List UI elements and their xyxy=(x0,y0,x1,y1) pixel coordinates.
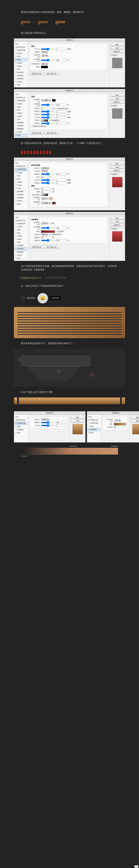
callout-1: 1 xyxy=(18,358,21,361)
size-slider[interactable] xyxy=(41,48,55,50)
gun-outline-diagram: 1 2 3 xyxy=(14,349,125,387)
cancel-button[interactable]: 取消 xyxy=(111,46,124,50)
ok-button[interactable]: 确定 xyxy=(111,43,124,46)
new-style-button[interactable]: 新建样式... xyxy=(111,50,124,53)
callout-2: 2 xyxy=(57,370,61,373)
color-swatch[interactable] xyxy=(41,66,48,68)
bullet-shapes xyxy=(0,148,139,156)
text-1: 根据你的需要先画个你喜欢的形状。圆形、椭圆形、菱形都可以 xyxy=(0,10,139,14)
layer-style-panel-shadow: 图层样式 样式混合选项:自定☐ 斜面和浮雕☐ 等高线☐ 纹理☑ 描边☐ 内阴影☐… xyxy=(14,89,125,138)
style-list[interactable]: 样式混合选项:自定☐ 斜面和浮雕☐ 等高线☐ 纹理☑ 描边☐ 内阴影☐ 内发光☐… xyxy=(14,42,28,87)
size-input[interactable] xyxy=(56,48,66,50)
callout-3: 3 xyxy=(90,373,94,376)
layer-style-panel-stroke: 图层样式 样式混合选项:自定☐ 斜面和浮雕☐ 等高线☐ 纹理☑ 描边☐ 内阴影☐… xyxy=(14,38,125,88)
section-label: 枪托部分 xyxy=(27,297,35,300)
gradient-color-bar: #b47e5c #c9926b #1f1f1f xyxy=(21,448,118,455)
text-5: ps：枪身上还有几个黑色的线条都不说明了。 xyxy=(0,284,139,288)
shape-examples xyxy=(0,18,139,28)
layer-style-panel-bevel: 图层样式 样式混合选项:自定☐ 斜面和浮雕☐ 等高线☐ 纹理☑ 描边☐ 内阴影☐… xyxy=(14,157,125,210)
opacity-slider[interactable] xyxy=(41,59,55,61)
color-label-1: #b47e5c xyxy=(70,445,77,447)
panel-title: 图层样式 xyxy=(14,38,125,42)
layer-style-panel-gradient: 图层样式 样式混合选项:自定☐ 斜面和浮雕☐ 等高线☐ 纹理☑ 描边☐ 内阴影☐… xyxy=(14,212,125,261)
position-select[interactable]: 外部 xyxy=(41,51,48,53)
gun-stock-render xyxy=(14,307,125,338)
layer-style-panel-bevel-2: 图层样式 样式混合选项:自定☐ 斜面和浮雕☑ 描边☐ 渐变叠加☑ 投影 样式(T… xyxy=(14,411,85,442)
color-label-3: #1f1f1f xyxy=(21,455,27,457)
bracket-render xyxy=(14,397,125,408)
blend-select[interactable]: 正常 xyxy=(41,55,48,57)
gradient-picker[interactable] xyxy=(41,230,55,233)
set-default-button[interactable]: 设置为默认值 xyxy=(30,72,44,75)
preview-box xyxy=(112,58,122,68)
speech-bubble: 我要空啊 xyxy=(50,296,61,300)
cartoon-avatar: 😀 xyxy=(37,293,48,304)
text-4: 这2个图形也是用形状去加减，在以前的教程里都有讲，有基础的知识就不加以说明了。运… xyxy=(0,265,139,272)
text-3: 这个描边也很好呈现，把形状画出来。复制多个出来。一个浮雕一个渐变就可以了。 xyxy=(0,142,139,145)
reset-default-button[interactable]: 复位为默认值 xyxy=(45,72,59,75)
bar-shapes xyxy=(0,275,139,281)
layer-style-panel-gradient-2: 图层样式 样式混合选项:自定☐ 斜面和浮雕☑ 描边☐ 渐变叠加☑ 投影 混合模式… xyxy=(87,411,139,442)
text-7: 在这个造型上做个渐变加个浮雕。 xyxy=(0,391,139,394)
text-2: 做个描边加个投影就可以。 xyxy=(0,31,139,35)
color-label-2: #c9926b xyxy=(111,445,118,447)
text-6: 枪托本身的造型都不说了，直接用形状画出来就行了。 xyxy=(0,342,139,345)
step-number-3: 3 xyxy=(21,296,25,300)
